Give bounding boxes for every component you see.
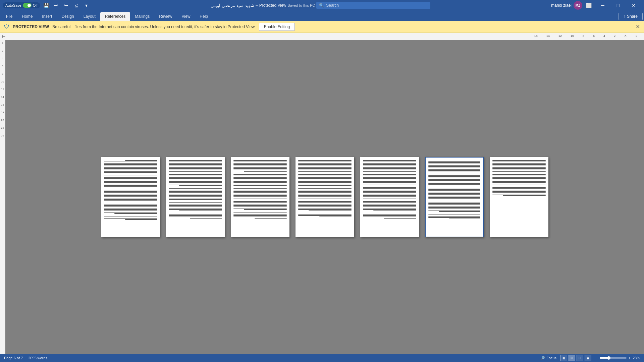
page-6[interactable] [425, 157, 484, 237]
main-area: 2 2 4 6 8 10 12 14 16 18 20 22 26 [0, 40, 644, 354]
close-button[interactable]: ✕ [626, 0, 641, 11]
page-5-content [363, 160, 416, 234]
user-name: mahdi ziaei [551, 3, 572, 8]
window-controls: ─ □ ✕ [595, 0, 641, 11]
page-3[interactable] [231, 157, 289, 237]
share-icon: ↑ [624, 14, 626, 19]
web-layout-icon[interactable]: ⊟ [577, 355, 583, 361]
ruler: ⊢ 18 14 12 10 8 6 4 2 ✕ 2 [0, 33, 644, 40]
page-4-content [298, 160, 352, 234]
page-7[interactable] [490, 157, 548, 237]
tab-view[interactable]: View [177, 12, 195, 21]
dropdown-icon[interactable]: ▾ [83, 2, 90, 9]
print-icon[interactable]: 🖨 [72, 2, 80, 9]
minimize-button[interactable]: ─ [595, 0, 610, 11]
zoom-level: 23% [633, 356, 640, 360]
tab-design[interactable]: Design [57, 12, 78, 21]
tab-layout[interactable]: Layout [79, 12, 100, 21]
page-5[interactable] [360, 157, 419, 237]
page-7-content [492, 160, 546, 234]
ribbon-display-icon[interactable]: ⬜ [585, 2, 592, 9]
print-layout-icon[interactable]: ▦ [560, 355, 567, 361]
undo-icon[interactable]: ↩ [52, 2, 60, 9]
document-canvas[interactable] [5, 40, 644, 354]
zoom-plus-button[interactable]: + [629, 356, 631, 360]
tab-help[interactable]: Help [195, 12, 213, 21]
protected-message: Be careful—files from the Internet can c… [52, 24, 256, 29]
redo-icon[interactable]: ↪ [62, 2, 70, 9]
focus-icon: 🔎 [540, 356, 545, 360]
maximize-button[interactable]: □ [610, 0, 626, 11]
word-count: 2095 words [28, 356, 47, 360]
autosave-label: AutoSave [5, 3, 21, 7]
zoom-fill [600, 357, 608, 359]
multi-page-icon[interactable]: ⊞ [569, 355, 575, 361]
ribbon-tabs: File Home Insert Design Layout Reference… [0, 11, 644, 21]
save-icon[interactable]: 💾 [42, 2, 50, 9]
title-bar: AutoSave Off 💾 ↩ ↪ 🖨 ▾ شهید سید مرتضی آو… [0, 0, 644, 11]
tab-mailings[interactable]: Mailings [130, 12, 154, 21]
page-info: Page 6 of 7 [4, 356, 23, 360]
share-button[interactable]: ↑ Share [619, 13, 643, 20]
search-box[interactable]: 🔍 Search [316, 2, 430, 9]
enable-editing-button[interactable]: Enable Editing [259, 23, 295, 31]
save-status: Saved to this PC [287, 3, 315, 7]
focus-label[interactable]: 🔎 Focus [540, 356, 556, 360]
protected-label: PROTECTED VIEW [13, 24, 49, 29]
user-initials: MZ [576, 4, 580, 7]
zoom-bar: − + 23% [595, 356, 640, 360]
title-center: شهید سید مرتضی آوینی – Protected View Sa… [90, 2, 551, 9]
search-placeholder: Search [326, 3, 339, 8]
page-1[interactable] [101, 157, 160, 237]
focus-view-icon[interactable]: ▣ [585, 355, 591, 361]
ruler-icon[interactable]: ⊢ [2, 34, 5, 39]
search-icon: 🔍 [319, 3, 324, 8]
status-right: 🔎 Focus ▦ ⊞ ⊟ ▣ − + 23% [540, 355, 640, 361]
page-6-content [428, 161, 480, 233]
status-bar: Page 6 of 7 2095 words 🔎 Focus ▦ ⊞ ⊟ ▣ −… [0, 354, 644, 362]
view-icons: ▦ ⊞ ⊟ ▣ [560, 355, 591, 361]
zoom-thumb [607, 356, 610, 360]
pages-row [101, 157, 548, 237]
title-bar-left: AutoSave Off 💾 ↩ ↪ 🖨 ▾ [3, 2, 90, 9]
view-mode-label: Protected View [259, 3, 286, 8]
protected-view-banner: 🛡 PROTECTED VIEW Be careful—files from t… [0, 21, 644, 33]
autosave-switch[interactable] [23, 3, 32, 8]
zoom-slider[interactable] [600, 357, 627, 359]
autosave-toggle[interactable]: AutoSave Off [3, 2, 40, 8]
tab-home[interactable]: Home [17, 12, 37, 21]
user-badge[interactable]: mahdi ziaei MZ [551, 1, 582, 10]
page-2-content [169, 160, 222, 234]
doc-title: شهید سید مرتضی آوینی [211, 3, 254, 8]
separator: – [256, 3, 258, 8]
user-avatar: MZ [574, 1, 582, 10]
page-3-content [233, 160, 287, 234]
tab-insert[interactable]: Insert [37, 12, 57, 21]
shield-icon: 🛡 [4, 24, 9, 30]
left-ruler: 2 2 4 6 8 10 12 14 16 18 20 22 26 [0, 40, 5, 354]
title-bar-right: mahdi ziaei MZ ⬜ ─ □ ✕ [551, 0, 641, 11]
page-2[interactable] [166, 157, 225, 237]
tab-file[interactable]: File [1, 12, 17, 21]
page-1-content [104, 160, 157, 234]
quick-access-toolbar: 💾 ↩ ↪ 🖨 ▾ [42, 2, 90, 9]
tab-review[interactable]: Review [154, 12, 177, 21]
tab-references[interactable]: References [100, 12, 130, 21]
banner-close-icon[interactable]: ✕ [636, 23, 640, 30]
ruler-numbers: 18 14 12 10 8 6 4 2 ✕ 2 [534, 34, 637, 38]
zoom-minus-button[interactable]: − [595, 356, 597, 360]
page-4[interactable] [296, 157, 354, 237]
autosave-state: Off [33, 3, 38, 7]
